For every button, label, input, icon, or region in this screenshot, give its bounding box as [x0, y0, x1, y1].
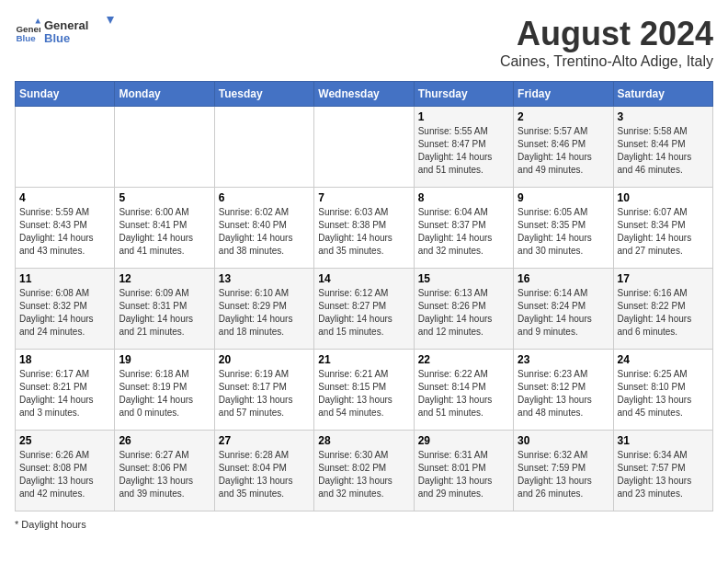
day-info: Sunrise: 6:21 AM Sunset: 8:15 PM Dayligh…: [318, 368, 409, 419]
svg-marker-2: [35, 18, 40, 24]
day-info: Sunrise: 6:22 AM Sunset: 8:14 PM Dayligh…: [418, 368, 509, 419]
day-number: 7: [318, 191, 409, 204]
table-row: 8Sunrise: 6:04 AM Sunset: 8:37 PM Daylig…: [414, 188, 513, 269]
day-info: Sunrise: 6:03 AM Sunset: 8:38 PM Dayligh…: [318, 206, 409, 258]
day-info: Sunrise: 5:57 AM Sunset: 8:46 PM Dayligh…: [518, 125, 609, 177]
day-info: Sunrise: 6:10 AM Sunset: 8:29 PM Dayligh…: [219, 287, 310, 339]
calendar-day-header: Wednesday: [314, 82, 414, 107]
calendar-header-row: SundayMondayTuesdayWednesdayThursdayFrid…: [16, 82, 713, 107]
svg-marker-5: [107, 17, 114, 24]
table-row: 24Sunrise: 6:25 AM Sunset: 8:10 PM Dayli…: [613, 350, 712, 431]
day-number: 5: [119, 191, 210, 204]
day-info: Sunrise: 6:31 AM Sunset: 8:01 PM Dayligh…: [418, 449, 509, 500]
day-number: 29: [418, 434, 509, 447]
day-info: Sunrise: 6:34 AM Sunset: 7:57 PM Dayligh…: [618, 449, 709, 500]
day-number: 22: [418, 353, 509, 366]
day-number: 26: [119, 434, 210, 447]
table-row: 12Sunrise: 6:09 AM Sunset: 8:31 PM Dayli…: [115, 269, 214, 350]
day-number: 30: [518, 434, 609, 447]
day-number: 24: [618, 353, 709, 366]
calendar-day-header: Sunday: [16, 82, 115, 107]
title-area: August 2024 Caines, Trentino-Alto Adige,…: [500, 15, 713, 70]
day-number: 3: [618, 110, 709, 123]
day-info: Sunrise: 6:02 AM Sunset: 8:40 PM Dayligh…: [219, 206, 310, 258]
day-info: Sunrise: 6:26 AM Sunset: 8:08 PM Dayligh…: [19, 449, 110, 500]
day-info: Sunrise: 5:55 AM Sunset: 8:47 PM Dayligh…: [418, 125, 509, 177]
calendar-day-header: Monday: [115, 82, 214, 107]
page-subtitle: Caines, Trentino-Alto Adige, Italy: [500, 53, 713, 70]
day-number: 14: [318, 272, 409, 285]
day-number: 21: [318, 353, 409, 366]
table-row: 21Sunrise: 6:21 AM Sunset: 8:15 PM Dayli…: [314, 350, 414, 431]
day-number: 20: [219, 353, 310, 366]
table-row: 17Sunrise: 6:16 AM Sunset: 8:22 PM Dayli…: [613, 269, 712, 350]
day-info: Sunrise: 6:30 AM Sunset: 8:02 PM Dayligh…: [318, 449, 409, 500]
day-info: Sunrise: 6:12 AM Sunset: 8:27 PM Dayligh…: [318, 287, 409, 339]
table-row: 27Sunrise: 6:28 AM Sunset: 8:04 PM Dayli…: [214, 431, 313, 511]
header: General Blue General Blue August 2024 Ca…: [15, 15, 713, 70]
logo: General Blue General Blue: [15, 15, 118, 48]
day-number: 2: [518, 110, 609, 123]
table-row: 31Sunrise: 6:34 AM Sunset: 7:57 PM Dayli…: [613, 431, 712, 511]
table-row: 15Sunrise: 6:13 AM Sunset: 8:26 PM Dayli…: [414, 269, 513, 350]
day-number: 10: [618, 191, 709, 204]
day-number: 16: [518, 272, 609, 285]
day-info: Sunrise: 5:58 AM Sunset: 8:44 PM Dayligh…: [618, 125, 709, 177]
day-number: 9: [518, 191, 609, 204]
table-row: 26Sunrise: 6:27 AM Sunset: 8:06 PM Dayli…: [115, 431, 214, 511]
day-number: 28: [318, 434, 409, 447]
calendar: SundayMondayTuesdayWednesdayThursdayFrid…: [15, 81, 713, 511]
svg-text:Blue: Blue: [16, 33, 36, 43]
day-number: 15: [418, 272, 509, 285]
table-row: 22Sunrise: 6:22 AM Sunset: 8:14 PM Dayli…: [414, 350, 513, 431]
calendar-week-row: 18Sunrise: 6:17 AM Sunset: 8:21 PM Dayli…: [16, 350, 713, 431]
day-info: Sunrise: 6:09 AM Sunset: 8:31 PM Dayligh…: [119, 287, 210, 339]
day-info: Sunrise: 6:08 AM Sunset: 8:32 PM Dayligh…: [19, 287, 110, 339]
day-info: Sunrise: 6:28 AM Sunset: 8:04 PM Dayligh…: [219, 449, 310, 500]
page-title: August 2024: [500, 15, 713, 53]
day-number: 23: [518, 353, 609, 366]
table-row: 1Sunrise: 5:55 AM Sunset: 8:47 PM Daylig…: [414, 107, 513, 188]
calendar-day-header: Tuesday: [214, 82, 313, 107]
day-info: Sunrise: 6:27 AM Sunset: 8:06 PM Dayligh…: [119, 449, 210, 500]
day-number: 31: [618, 434, 709, 447]
calendar-week-row: 1Sunrise: 5:55 AM Sunset: 8:47 PM Daylig…: [16, 107, 713, 188]
table-row: 16Sunrise: 6:14 AM Sunset: 8:24 PM Dayli…: [514, 269, 613, 350]
table-row: 5Sunrise: 6:00 AM Sunset: 8:41 PM Daylig…: [115, 188, 214, 269]
day-number: 12: [119, 272, 210, 285]
table-row: 9Sunrise: 6:05 AM Sunset: 8:35 PM Daylig…: [514, 188, 613, 269]
day-number: 13: [219, 272, 310, 285]
logo-icon: General Blue: [15, 18, 40, 44]
table-row: 19Sunrise: 6:18 AM Sunset: 8:19 PM Dayli…: [115, 350, 214, 431]
calendar-week-row: 4Sunrise: 5:59 AM Sunset: 8:43 PM Daylig…: [16, 188, 713, 269]
table-row: 4Sunrise: 5:59 AM Sunset: 8:43 PM Daylig…: [16, 188, 115, 269]
daylight-note: Daylight hours: [21, 519, 85, 530]
day-number: 27: [219, 434, 310, 447]
day-number: 4: [19, 191, 110, 204]
day-number: 17: [618, 272, 709, 285]
logo-text: General Blue: [44, 15, 118, 48]
day-info: Sunrise: 6:32 AM Sunset: 7:59 PM Dayligh…: [518, 449, 609, 500]
table-row: 29Sunrise: 6:31 AM Sunset: 8:01 PM Dayli…: [414, 431, 513, 511]
table-row: 28Sunrise: 6:30 AM Sunset: 8:02 PM Dayli…: [314, 431, 414, 511]
day-number: 19: [119, 353, 210, 366]
day-number: 1: [418, 110, 509, 123]
calendar-week-row: 11Sunrise: 6:08 AM Sunset: 8:32 PM Dayli…: [16, 269, 713, 350]
table-row: 30Sunrise: 6:32 AM Sunset: 7:59 PM Dayli…: [514, 431, 613, 511]
table-row: [115, 107, 214, 188]
table-row: 18Sunrise: 6:17 AM Sunset: 8:21 PM Dayli…: [16, 350, 115, 431]
day-info: Sunrise: 5:59 AM Sunset: 8:43 PM Dayligh…: [19, 206, 110, 258]
day-info: Sunrise: 6:19 AM Sunset: 8:17 PM Dayligh…: [219, 368, 310, 419]
day-info: Sunrise: 6:25 AM Sunset: 8:10 PM Dayligh…: [618, 368, 709, 419]
day-number: 25: [19, 434, 110, 447]
footer-note: * Daylight hours: [15, 519, 713, 530]
table-row: 3Sunrise: 5:58 AM Sunset: 8:44 PM Daylig…: [613, 107, 712, 188]
day-info: Sunrise: 6:17 AM Sunset: 8:21 PM Dayligh…: [19, 368, 110, 419]
day-number: 18: [19, 353, 110, 366]
day-info: Sunrise: 6:00 AM Sunset: 8:41 PM Dayligh…: [119, 206, 210, 258]
day-info: Sunrise: 6:05 AM Sunset: 8:35 PM Dayligh…: [518, 206, 609, 258]
table-row: 14Sunrise: 6:12 AM Sunset: 8:27 PM Dayli…: [314, 269, 414, 350]
day-number: 8: [418, 191, 509, 204]
calendar-day-header: Friday: [514, 82, 613, 107]
calendar-day-header: Thursday: [414, 82, 513, 107]
